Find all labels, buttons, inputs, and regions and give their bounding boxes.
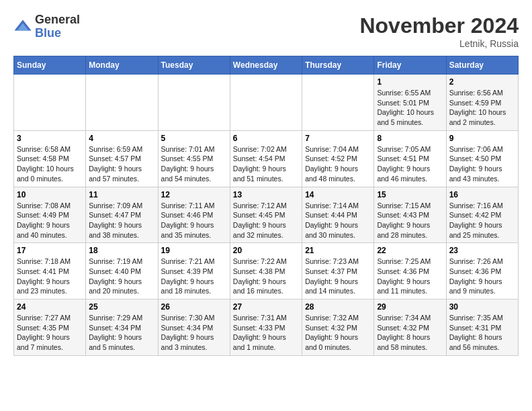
calendar-cell: 8Sunrise: 7:05 AMSunset: 4:51 PMDaylight… — [374, 130, 446, 187]
calendar-cell: 29Sunrise: 7:34 AMSunset: 4:32 PMDayligh… — [374, 300, 446, 356]
day-header-monday: Monday — [86, 56, 158, 75]
day-header-saturday: Saturday — [446, 56, 518, 75]
calendar-cell: 13Sunrise: 7:12 AMSunset: 4:45 PMDayligh… — [230, 187, 302, 243]
day-info: Sunrise: 7:18 AMSunset: 4:41 PMDaylight:… — [17, 257, 83, 296]
day-number: 23 — [449, 246, 515, 255]
day-number: 26 — [161, 302, 227, 312]
calendar-cell: 6Sunrise: 7:02 AMSunset: 4:54 PMDaylight… — [230, 130, 302, 187]
day-number: 9 — [449, 134, 515, 143]
day-number: 4 — [89, 134, 154, 143]
calendar-cell: 12Sunrise: 7:11 AMSunset: 4:46 PMDayligh… — [158, 187, 230, 243]
day-info: Sunrise: 7:32 AMSunset: 4:32 PMDaylight:… — [305, 313, 371, 353]
day-header-tuesday: Tuesday — [158, 56, 230, 75]
day-info: Sunrise: 7:22 AMSunset: 4:38 PMDaylight:… — [233, 257, 299, 296]
day-number: 7 — [305, 134, 371, 143]
calendar-cell: 16Sunrise: 7:16 AMSunset: 4:42 PMDayligh… — [446, 187, 518, 243]
month-title: November 2024 — [359, 13, 519, 38]
day-number: 17 — [17, 246, 83, 255]
calendar-cell: 26Sunrise: 7:30 AMSunset: 4:34 PMDayligh… — [158, 300, 230, 356]
calendar-cell: 3Sunrise: 6:58 AMSunset: 4:58 PMDaylight… — [14, 130, 86, 187]
day-info: Sunrise: 7:01 AMSunset: 4:55 PMDaylight:… — [161, 144, 227, 184]
day-number: 14 — [305, 190, 371, 199]
day-number: 6 — [233, 134, 299, 143]
day-info: Sunrise: 7:26 AMSunset: 4:36 PMDaylight:… — [449, 257, 515, 296]
logo-text: General Blue — [35, 13, 80, 40]
day-header-friday: Friday — [374, 56, 446, 75]
day-number: 30 — [449, 302, 515, 312]
calendar-cell: 23Sunrise: 7:26 AMSunset: 4:36 PMDayligh… — [446, 243, 518, 300]
day-info: Sunrise: 7:16 AMSunset: 4:42 PMDaylight:… — [449, 201, 515, 240]
calendar-cell: 11Sunrise: 7:09 AMSunset: 4:47 PMDayligh… — [86, 187, 158, 243]
calendar-cell — [302, 75, 374, 131]
calendar-cell: 27Sunrise: 7:31 AMSunset: 4:33 PMDayligh… — [230, 300, 302, 356]
day-info: Sunrise: 7:25 AMSunset: 4:36 PMDaylight:… — [377, 257, 443, 296]
day-number: 11 — [89, 190, 154, 199]
day-number: 15 — [377, 190, 443, 199]
day-info: Sunrise: 7:05 AMSunset: 4:51 PMDaylight:… — [377, 144, 443, 184]
calendar-cell: 21Sunrise: 7:23 AMSunset: 4:37 PMDayligh… — [302, 243, 374, 300]
day-info: Sunrise: 7:23 AMSunset: 4:37 PMDaylight:… — [305, 257, 371, 296]
day-info: Sunrise: 6:58 AMSunset: 4:58 PMDaylight:… — [17, 144, 83, 184]
calendar-cell: 4Sunrise: 6:59 AMSunset: 4:57 PMDaylight… — [86, 130, 158, 187]
day-info: Sunrise: 6:59 AMSunset: 4:57 PMDaylight:… — [89, 144, 154, 184]
calendar-cell: 20Sunrise: 7:22 AMSunset: 4:38 PMDayligh… — [230, 243, 302, 300]
calendar-cell: 24Sunrise: 7:27 AMSunset: 4:35 PMDayligh… — [14, 300, 86, 356]
calendar-header: SundayMondayTuesdayWednesdayThursdayFrid… — [14, 56, 519, 75]
day-info: Sunrise: 7:34 AMSunset: 4:32 PMDaylight:… — [377, 313, 443, 353]
calendar-week-3: 10Sunrise: 7:08 AMSunset: 4:49 PMDayligh… — [14, 187, 519, 243]
day-number: 21 — [305, 246, 371, 255]
day-number: 3 — [17, 134, 83, 143]
day-number: 2 — [449, 77, 515, 87]
calendar-cell: 25Sunrise: 7:29 AMSunset: 4:34 PMDayligh… — [86, 300, 158, 356]
calendar: SundayMondayTuesdayWednesdayThursdayFrid… — [13, 56, 519, 356]
day-number: 27 — [233, 302, 299, 312]
calendar-cell — [14, 75, 86, 131]
day-info: Sunrise: 7:27 AMSunset: 4:35 PMDaylight:… — [17, 313, 83, 353]
title-block: November 2024 Letnik, Russia — [359, 13, 519, 49]
page-header: General Blue November 2024 Letnik, Russi… — [13, 13, 519, 49]
day-number: 28 — [305, 302, 371, 312]
calendar-cell: 9Sunrise: 7:06 AMSunset: 4:50 PMDaylight… — [446, 130, 518, 187]
logo-blue: Blue — [35, 27, 80, 40]
day-number: 8 — [377, 134, 443, 143]
day-info: Sunrise: 7:30 AMSunset: 4:34 PMDaylight:… — [161, 313, 227, 353]
calendar-cell: 19Sunrise: 7:21 AMSunset: 4:39 PMDayligh… — [158, 243, 230, 300]
day-info: Sunrise: 7:21 AMSunset: 4:39 PMDaylight:… — [161, 257, 227, 296]
header-row: SundayMondayTuesdayWednesdayThursdayFrid… — [14, 56, 519, 75]
day-info: Sunrise: 7:06 AMSunset: 4:50 PMDaylight:… — [449, 144, 515, 184]
day-info: Sunrise: 6:55 AMSunset: 5:01 PMDaylight:… — [377, 88, 443, 128]
logo: General Blue — [13, 13, 80, 40]
calendar-week-5: 24Sunrise: 7:27 AMSunset: 4:35 PMDayligh… — [14, 300, 519, 356]
day-number: 29 — [377, 302, 443, 312]
calendar-cell: 14Sunrise: 7:14 AMSunset: 4:44 PMDayligh… — [302, 187, 374, 243]
calendar-cell: 2Sunrise: 6:56 AMSunset: 4:59 PMDaylight… — [446, 75, 518, 131]
day-number: 25 — [89, 302, 154, 312]
calendar-cell: 17Sunrise: 7:18 AMSunset: 4:41 PMDayligh… — [14, 243, 86, 300]
day-info: Sunrise: 7:19 AMSunset: 4:40 PMDaylight:… — [89, 257, 154, 296]
calendar-cell: 7Sunrise: 7:04 AMSunset: 4:52 PMDaylight… — [302, 130, 374, 187]
day-number: 16 — [449, 190, 515, 199]
day-info: Sunrise: 7:35 AMSunset: 4:31 PMDaylight:… — [449, 313, 515, 353]
day-info: Sunrise: 6:56 AMSunset: 4:59 PMDaylight:… — [449, 88, 515, 128]
calendar-cell: 5Sunrise: 7:01 AMSunset: 4:55 PMDaylight… — [158, 130, 230, 187]
calendar-week-4: 17Sunrise: 7:18 AMSunset: 4:41 PMDayligh… — [14, 243, 519, 300]
day-header-sunday: Sunday — [14, 56, 86, 75]
calendar-cell — [86, 75, 158, 131]
day-number: 18 — [89, 246, 154, 255]
day-info: Sunrise: 7:31 AMSunset: 4:33 PMDaylight:… — [233, 313, 299, 353]
day-number: 1 — [377, 77, 443, 87]
day-info: Sunrise: 7:08 AMSunset: 4:49 PMDaylight:… — [17, 201, 83, 240]
calendar-cell: 18Sunrise: 7:19 AMSunset: 4:40 PMDayligh… — [86, 243, 158, 300]
day-info: Sunrise: 7:09 AMSunset: 4:47 PMDaylight:… — [89, 201, 154, 240]
calendar-cell: 1Sunrise: 6:55 AMSunset: 5:01 PMDaylight… — [374, 75, 446, 131]
day-info: Sunrise: 7:14 AMSunset: 4:44 PMDaylight:… — [305, 201, 371, 240]
day-info: Sunrise: 7:29 AMSunset: 4:34 PMDaylight:… — [89, 313, 154, 353]
day-info: Sunrise: 7:11 AMSunset: 4:46 PMDaylight:… — [161, 201, 227, 240]
day-number: 5 — [161, 134, 227, 143]
day-number: 13 — [233, 190, 299, 199]
calendar-cell: 15Sunrise: 7:15 AMSunset: 4:43 PMDayligh… — [374, 187, 446, 243]
day-header-wednesday: Wednesday — [230, 56, 302, 75]
calendar-cell — [158, 75, 230, 131]
day-number: 24 — [17, 302, 83, 312]
logo-general: General — [35, 13, 80, 27]
